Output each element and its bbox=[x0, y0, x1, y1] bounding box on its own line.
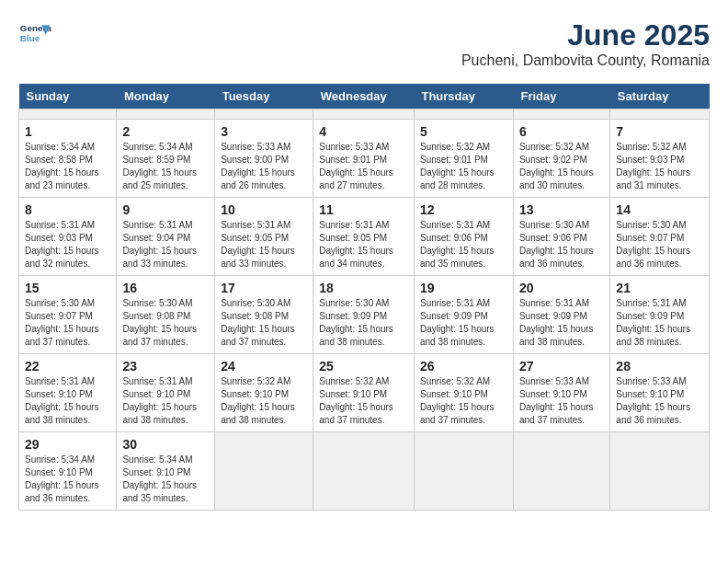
day-number: 8 bbox=[25, 202, 110, 217]
day-info: Sunrise: 5:32 AMSunset: 9:03 PMDaylight:… bbox=[616, 141, 703, 192]
day-cell bbox=[19, 109, 117, 120]
day-number: 23 bbox=[122, 359, 209, 373]
day-cell: 27Sunrise: 5:33 AMSunset: 9:10 PMDayligh… bbox=[513, 354, 609, 432]
day-info: Sunrise: 5:31 AMSunset: 9:09 PMDaylight:… bbox=[519, 297, 604, 349]
day-number: 14 bbox=[616, 202, 703, 217]
day-info: Sunrise: 5:31 AMSunset: 9:10 PMDaylight:… bbox=[25, 375, 110, 427]
day-number: 7 bbox=[616, 124, 703, 139]
day-cell bbox=[414, 109, 513, 120]
day-number: 29 bbox=[25, 437, 110, 452]
day-info: Sunrise: 5:30 AMSunset: 9:07 PMDaylight:… bbox=[616, 219, 703, 270]
day-info: Sunrise: 5:32 AMSunset: 9:10 PMDaylight:… bbox=[221, 375, 307, 427]
day-cell: 1Sunrise: 5:34 AMSunset: 8:58 PMDaylight… bbox=[19, 120, 117, 198]
day-header-saturday: Saturday bbox=[610, 84, 710, 109]
day-number: 22 bbox=[25, 359, 110, 373]
day-number: 12 bbox=[420, 202, 507, 217]
day-number: 16 bbox=[122, 281, 209, 295]
day-number: 17 bbox=[221, 281, 307, 295]
day-number: 24 bbox=[221, 359, 307, 373]
day-cell bbox=[610, 432, 710, 511]
day-cell: 24Sunrise: 5:32 AMSunset: 9:10 PMDayligh… bbox=[215, 354, 313, 432]
day-info: Sunrise: 5:31 AMSunset: 9:09 PMDaylight:… bbox=[616, 297, 703, 349]
day-info: Sunrise: 5:31 AMSunset: 9:09 PMDaylight:… bbox=[420, 297, 507, 349]
week-row-4: 22Sunrise: 5:31 AMSunset: 9:10 PMDayligh… bbox=[19, 354, 710, 432]
day-info: Sunrise: 5:32 AMSunset: 9:01 PMDaylight:… bbox=[420, 141, 507, 192]
day-number: 6 bbox=[519, 124, 604, 139]
day-info: Sunrise: 5:33 AMSunset: 9:10 PMDaylight:… bbox=[519, 375, 604, 427]
day-cell: 7Sunrise: 5:32 AMSunset: 9:03 PMDaylight… bbox=[610, 120, 710, 198]
day-header-wednesday: Wednesday bbox=[313, 84, 415, 109]
calendar-table: SundayMondayTuesdayWednesdayThursdayFrid… bbox=[18, 84, 710, 511]
day-info: Sunrise: 5:32 AMSunset: 9:10 PMDaylight:… bbox=[319, 375, 408, 427]
day-cell: 28Sunrise: 5:33 AMSunset: 9:10 PMDayligh… bbox=[610, 354, 710, 432]
day-number: 19 bbox=[420, 281, 507, 295]
day-cell: 4Sunrise: 5:33 AMSunset: 9:01 PMDaylight… bbox=[313, 120, 415, 198]
day-number: 10 bbox=[221, 202, 307, 217]
day-cell bbox=[610, 109, 710, 120]
svg-text:Blue: Blue bbox=[20, 33, 40, 43]
day-number: 9 bbox=[122, 202, 209, 217]
day-info: Sunrise: 5:34 AMSunset: 8:59 PMDaylight:… bbox=[122, 141, 209, 192]
day-info: Sunrise: 5:30 AMSunset: 9:07 PMDaylight:… bbox=[25, 297, 110, 349]
day-cell: 16Sunrise: 5:30 AMSunset: 9:08 PMDayligh… bbox=[117, 276, 215, 354]
week-row-0 bbox=[19, 109, 710, 120]
day-info: Sunrise: 5:31 AMSunset: 9:04 PMDaylight:… bbox=[122, 219, 209, 270]
day-cell: 30Sunrise: 5:34 AMSunset: 9:10 PMDayligh… bbox=[117, 432, 215, 511]
day-cell: 9Sunrise: 5:31 AMSunset: 9:04 PMDaylight… bbox=[117, 198, 215, 276]
day-info: Sunrise: 5:32 AMSunset: 9:10 PMDaylight:… bbox=[420, 375, 507, 427]
day-cell: 17Sunrise: 5:30 AMSunset: 9:08 PMDayligh… bbox=[215, 276, 313, 354]
day-number: 4 bbox=[319, 124, 408, 139]
day-cell: 21Sunrise: 5:31 AMSunset: 9:09 PMDayligh… bbox=[610, 276, 710, 354]
logo-icon: General Blue bbox=[18, 18, 51, 52]
day-cell: 15Sunrise: 5:30 AMSunset: 9:07 PMDayligh… bbox=[19, 276, 117, 354]
day-cell bbox=[513, 109, 609, 120]
day-header-monday: Monday bbox=[117, 84, 215, 109]
location-title: Pucheni, Dambovita County, Romania bbox=[461, 52, 710, 69]
month-title: June 2025 bbox=[461, 18, 710, 52]
day-header-friday: Friday bbox=[513, 84, 609, 109]
day-cell bbox=[513, 432, 609, 511]
day-cell: 2Sunrise: 5:34 AMSunset: 8:59 PMDaylight… bbox=[117, 120, 215, 198]
day-header-tuesday: Tuesday bbox=[215, 84, 313, 109]
day-cell bbox=[414, 432, 513, 511]
day-cell: 13Sunrise: 5:30 AMSunset: 9:06 PMDayligh… bbox=[513, 198, 609, 276]
day-number: 28 bbox=[616, 359, 703, 373]
day-cell: 8Sunrise: 5:31 AMSunset: 9:03 PMDaylight… bbox=[19, 198, 117, 276]
day-header-thursday: Thursday bbox=[414, 84, 513, 109]
day-info: Sunrise: 5:30 AMSunset: 9:08 PMDaylight:… bbox=[122, 297, 209, 349]
day-cell: 12Sunrise: 5:31 AMSunset: 9:06 PMDayligh… bbox=[414, 198, 513, 276]
day-number: 13 bbox=[519, 202, 604, 217]
day-number: 27 bbox=[519, 359, 604, 373]
day-cell: 19Sunrise: 5:31 AMSunset: 9:09 PMDayligh… bbox=[414, 276, 513, 354]
day-info: Sunrise: 5:34 AMSunset: 9:10 PMDaylight:… bbox=[25, 454, 110, 505]
day-cell: 23Sunrise: 5:31 AMSunset: 9:10 PMDayligh… bbox=[117, 354, 215, 432]
day-cell bbox=[313, 432, 415, 511]
day-number: 3 bbox=[221, 124, 307, 139]
day-info: Sunrise: 5:31 AMSunset: 9:06 PMDaylight:… bbox=[420, 219, 507, 270]
day-info: Sunrise: 5:34 AMSunset: 9:10 PMDaylight:… bbox=[122, 454, 209, 505]
week-row-5: 29Sunrise: 5:34 AMSunset: 9:10 PMDayligh… bbox=[19, 432, 710, 511]
day-cell: 11Sunrise: 5:31 AMSunset: 9:05 PMDayligh… bbox=[313, 198, 415, 276]
day-info: Sunrise: 5:31 AMSunset: 9:03 PMDaylight:… bbox=[25, 219, 110, 270]
day-info: Sunrise: 5:31 AMSunset: 9:05 PMDaylight:… bbox=[319, 219, 408, 270]
day-cell: 18Sunrise: 5:30 AMSunset: 9:09 PMDayligh… bbox=[313, 276, 415, 354]
week-row-2: 8Sunrise: 5:31 AMSunset: 9:03 PMDaylight… bbox=[19, 198, 710, 276]
day-cell: 10Sunrise: 5:31 AMSunset: 9:05 PMDayligh… bbox=[215, 198, 313, 276]
title-section: June 2025 Pucheni, Dambovita County, Rom… bbox=[461, 18, 710, 69]
day-header-sunday: Sunday bbox=[19, 84, 117, 109]
week-row-1: 1Sunrise: 5:34 AMSunset: 8:58 PMDaylight… bbox=[19, 120, 710, 198]
day-cell bbox=[215, 432, 313, 511]
day-number: 26 bbox=[420, 359, 507, 373]
day-number: 30 bbox=[122, 437, 209, 452]
day-number: 20 bbox=[519, 281, 604, 295]
day-cell: 5Sunrise: 5:32 AMSunset: 9:01 PMDaylight… bbox=[414, 120, 513, 198]
day-info: Sunrise: 5:33 AMSunset: 9:01 PMDaylight:… bbox=[319, 141, 408, 192]
day-number: 1 bbox=[25, 124, 110, 139]
day-number: 25 bbox=[319, 359, 408, 373]
day-cell: 26Sunrise: 5:32 AMSunset: 9:10 PMDayligh… bbox=[414, 354, 513, 432]
day-number: 2 bbox=[122, 124, 209, 139]
day-cell: 20Sunrise: 5:31 AMSunset: 9:09 PMDayligh… bbox=[513, 276, 609, 354]
day-info: Sunrise: 5:33 AMSunset: 9:10 PMDaylight:… bbox=[616, 375, 703, 427]
day-info: Sunrise: 5:30 AMSunset: 9:06 PMDaylight:… bbox=[519, 219, 604, 270]
day-cell bbox=[313, 109, 415, 120]
